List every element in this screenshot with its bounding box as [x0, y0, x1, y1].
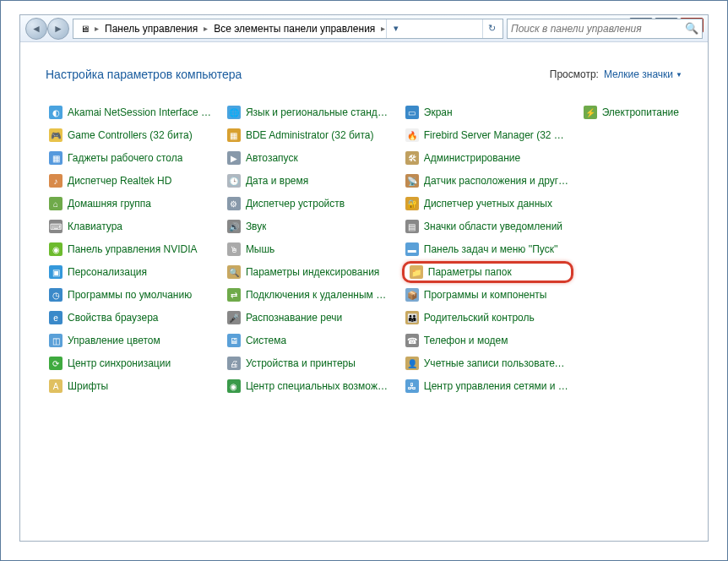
cp-item[interactable]: ◉Панель управления NVIDIA: [46, 238, 217, 260]
cp-item-label: Firebird Server Manager (32 бита): [424, 129, 570, 141]
cp-item[interactable]: 🖱Мышь: [224, 238, 395, 260]
cp-item[interactable]: ◐Akamai NetSession Interface Control...: [46, 101, 217, 123]
cp-item[interactable]: 🔥Firebird Server Manager (32 бита): [402, 124, 573, 146]
cp-item[interactable]: ▤Значки области уведомлений: [402, 215, 573, 237]
cp-item[interactable]: 🔊Звук: [224, 215, 395, 237]
cp-item-label: Game Controllers (32 бита): [68, 129, 193, 141]
cp-item[interactable]: ♪Диспетчер Realtek HD: [46, 170, 217, 192]
nav-bar: ◄ ► 🖥 ▸ Панель управления ▸ Все элементы…: [20, 15, 708, 42]
cp-item-label: Датчик расположения и другие дат...: [424, 175, 570, 187]
view-selector[interactable]: Мелкие значки ▼: [604, 68, 682, 80]
cp-item-label: Центр синхронизации: [68, 357, 171, 369]
cp-item[interactable]: eСвойства браузера: [46, 307, 217, 329]
cp-item[interactable]: ☎Телефон и модем: [402, 330, 573, 351]
cp-item-icon: ⚙: [227, 197, 241, 210]
cp-item-label: Телефон и модем: [424, 335, 508, 346]
cp-item-label: Домашняя группа: [68, 198, 151, 210]
cp-item[interactable]: ▦Гаджеты рабочего стола: [46, 147, 217, 169]
cp-item-label: Клавиатура: [68, 221, 122, 232]
cp-item[interactable]: ⌂Домашняя группа: [46, 193, 217, 215]
chevron-right-icon[interactable]: ▸: [94, 24, 100, 33]
cp-item[interactable]: 📁Параметры папок: [402, 261, 573, 283]
cp-item-icon: 🖥: [227, 334, 241, 347]
cp-item-label: Akamai NetSession Interface Control...: [68, 106, 214, 118]
search-box[interactable]: 🔍: [507, 19, 703, 39]
nav-back-button[interactable]: ◄: [25, 18, 47, 40]
cp-item-label: Гаджеты рабочего стола: [68, 152, 182, 164]
cp-item-label: Значки области уведомлений: [424, 221, 562, 232]
cp-item[interactable]: 👪Родительский контроль: [402, 307, 573, 329]
cp-item[interactable]: ⇄Подключения к удаленным рабоч...: [224, 284, 395, 306]
cp-item[interactable]: AШрифты: [46, 375, 217, 397]
cp-item-label: BDE Administrator (32 бита): [246, 129, 374, 141]
cp-item-label: Центр специальных возможностей: [246, 380, 392, 392]
cp-item[interactable]: 🖨Устройства и принтеры: [224, 352, 395, 374]
cp-item[interactable]: 🌐Язык и региональные стандарты: [224, 101, 395, 123]
cp-item[interactable]: ▣Персонализация: [46, 261, 217, 283]
chevron-right-icon[interactable]: ▸: [203, 24, 209, 33]
cp-item[interactable]: ⚡Электропитание: [580, 101, 682, 123]
cp-item[interactable]: 🎮Game Controllers (32 бита): [46, 124, 217, 146]
cp-item-icon: ▶: [227, 151, 241, 165]
cp-item-label: Диспетчер учетных данных: [424, 198, 552, 210]
cp-item[interactable]: ◷Программы по умолчанию: [46, 284, 217, 306]
cp-item-icon: 🖧: [405, 379, 419, 393]
address-dropdown-button[interactable]: ▾: [386, 19, 405, 38]
cp-item-icon: 📡: [405, 174, 419, 188]
chevron-down-icon: ▼: [676, 71, 682, 79]
nav-forward-button[interactable]: ►: [47, 18, 69, 40]
cp-item-label: Мышь: [246, 243, 275, 255]
cp-item-label: Распознавание речи: [246, 312, 342, 324]
cp-item[interactable]: 👤Учетные записи пользователей: [402, 352, 573, 374]
cp-item[interactable]: ⌨Клавиатура: [46, 215, 217, 237]
cp-item[interactable]: 🖧Центр управления сетями и общи...: [402, 375, 573, 397]
cp-item[interactable]: 🛠Администрирование: [402, 147, 573, 169]
search-icon[interactable]: 🔍: [685, 22, 698, 35]
cp-item-label: Устройства и принтеры: [246, 357, 356, 369]
address-bar[interactable]: 🖥 ▸ Панель управления ▸ Все элементы пан…: [73, 19, 503, 39]
cp-item-icon: 🖱: [227, 242, 241, 256]
cp-item[interactable]: 🖥Система: [224, 330, 395, 351]
cp-item-label: Программы по умолчанию: [68, 289, 192, 301]
window-frame: ◄ ► 🖥 ▸ Панель управления ▸ Все элементы…: [19, 14, 709, 542]
cp-item[interactable]: 🕒Дата и время: [224, 170, 395, 192]
cp-item-label: Шрифты: [68, 380, 108, 392]
search-input[interactable]: [511, 23, 685, 35]
items-grid: ◐Akamai NetSession Interface Control...🎮…: [46, 101, 682, 397]
cp-item-label: Автозапуск: [246, 152, 298, 164]
cp-item[interactable]: ⟳Центр синхронизации: [46, 352, 217, 374]
cp-item-icon: ⟳: [49, 357, 62, 370]
cp-item[interactable]: ⚙Диспетчер устройств: [224, 193, 395, 215]
breadcrumb-cp[interactable]: Панель управления: [100, 21, 203, 36]
breadcrumb-all[interactable]: Все элементы панели управления: [209, 21, 380, 36]
cp-item-icon: ▦: [49, 151, 62, 165]
cp-item[interactable]: ◉Центр специальных возможностей: [224, 375, 395, 397]
refresh-button[interactable]: ↻: [482, 19, 501, 38]
cp-item-icon: ▬: [405, 242, 419, 256]
cp-item-icon: 🖨: [227, 357, 241, 370]
cp-item[interactable]: 🎤Распознавание речи: [224, 307, 395, 329]
cp-item[interactable]: 🔍Параметры индексирования: [224, 261, 395, 283]
content-area: Настройка параметров компьютера Просмотр…: [20, 42, 708, 541]
cp-item-label: Родительский контроль: [424, 312, 535, 324]
control-panel-icon: 🖥: [78, 22, 91, 35]
cp-item[interactable]: ▦BDE Administrator (32 бита): [224, 124, 395, 146]
content-header: Настройка параметров компьютера Просмотр…: [46, 68, 682, 81]
view-value: Мелкие значки: [604, 68, 673, 80]
cp-item-icon: ⌂: [49, 197, 62, 210]
cp-item-label: Программы и компоненты: [424, 289, 547, 301]
cp-item-icon: e: [49, 311, 62, 324]
cp-item-icon: 📦: [405, 288, 419, 302]
cp-item[interactable]: 🔐Диспетчер учетных данных: [402, 193, 573, 215]
cp-item[interactable]: ◫Управление цветом: [46, 330, 217, 351]
cp-item-label: Диспетчер устройств: [246, 198, 345, 210]
cp-item[interactable]: ▶Автозапуск: [224, 147, 395, 169]
chevron-right-icon[interactable]: ▸: [380, 24, 386, 33]
cp-item-icon: ▤: [405, 220, 419, 233]
cp-item[interactable]: ▬Панель задач и меню ''Пуск'': [402, 238, 573, 260]
cp-item-icon: ⇄: [227, 288, 241, 302]
cp-item[interactable]: ▭Экран: [402, 101, 573, 123]
cp-item[interactable]: 📡Датчик расположения и другие дат...: [402, 170, 573, 192]
cp-item-label: Параметры индексирования: [246, 266, 379, 278]
cp-item[interactable]: 📦Программы и компоненты: [402, 284, 573, 306]
